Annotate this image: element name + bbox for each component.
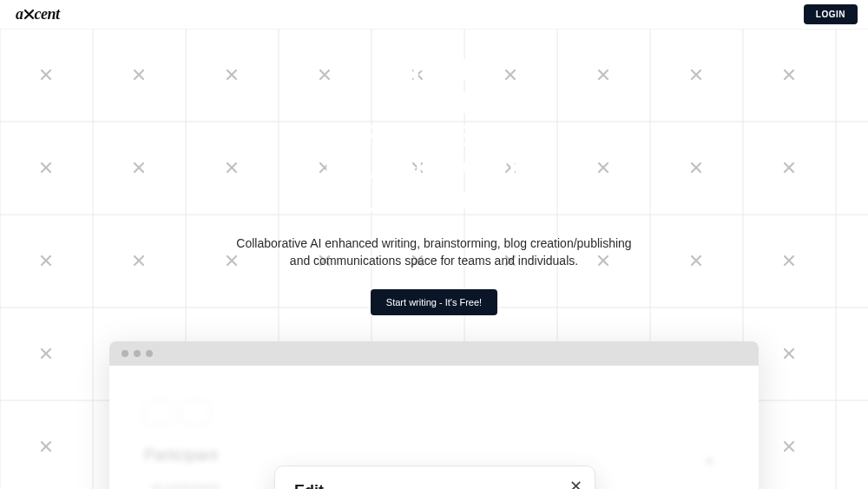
blurred-toolbar-btn	[181, 400, 210, 425]
close-icon[interactable]: ✕	[569, 479, 582, 489]
logo[interactable]: a cent	[16, 5, 60, 23]
blurred-toolbar-btn	[144, 400, 174, 425]
blurred-close-icon: ×	[705, 453, 724, 472]
window-dot-1	[122, 350, 128, 357]
login-button[interactable]: LOGIN	[804, 4, 858, 24]
blurred-toolbar	[144, 400, 724, 425]
logo-x-icon	[23, 9, 35, 20]
hero-subtitle: Collaborative AI enhanced writing, brain…	[226, 235, 642, 270]
window-dot-2	[134, 350, 141, 357]
hero-line-4: BRAINSTORM.	[0, 151, 868, 184]
hero-line-5: COLLABORATE	[0, 184, 868, 217]
logo-text-a: a	[16, 5, 23, 23]
hero-line-3: PUBLISH.	[0, 119, 868, 152]
window-body: Participant no participant × ✕ Edit Edit…	[109, 366, 759, 489]
edit-popup: ✕ Edit Edit data	[274, 466, 595, 489]
blurred-title: Participant	[144, 446, 724, 465]
window-chrome	[109, 341, 759, 366]
edit-popup-title: Edit	[294, 482, 575, 489]
hero-line-1: CHAT.	[0, 53, 868, 86]
hero-heading: CHAT. WRITE. PUBLISH. BRAINSTORM. COLLAB…	[0, 53, 868, 217]
header: a cent LOGIN	[0, 0, 868, 29]
hero-line-2: WRITE.	[0, 86, 868, 119]
preview-window: Participant no participant × ✕ Edit Edit…	[109, 341, 759, 489]
window-dot-3	[146, 350, 153, 357]
start-writing-button[interactable]: Start writing - It's Free!	[371, 289, 497, 315]
hero-section: CHAT. WRITE. PUBLISH. BRAINSTORM. COLLAB…	[0, 29, 868, 315]
logo-text-cent: cent	[35, 5, 60, 23]
